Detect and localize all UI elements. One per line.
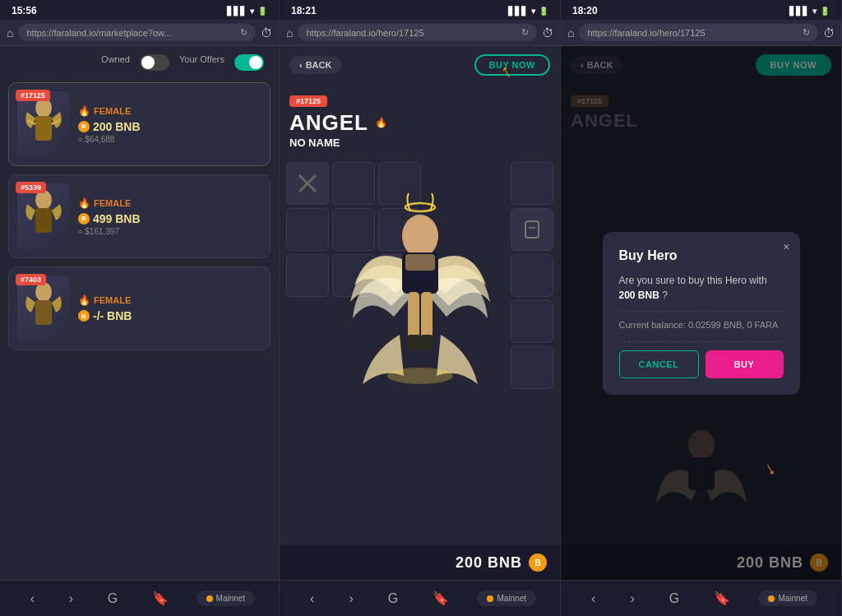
svg-point-19 xyxy=(387,368,453,384)
hero-card-17125[interactable]: #17125 🔥 xyxy=(8,82,271,166)
svg-rect-16 xyxy=(407,335,420,350)
forward-nav-3[interactable]: › xyxy=(623,588,641,609)
google-btn-1[interactable]: G xyxy=(101,588,124,609)
buy-dialog-box: × Buy Hero Are you sure to buy this Hero… xyxy=(603,232,800,395)
hero-card-5339[interactable]: #5339 🔥 FEMALE xyxy=(8,174,271,258)
equip-slot-r2[interactable] xyxy=(511,208,553,251)
bottom-nav-1: ‹ › G 🔖 Mainnet xyxy=(0,580,279,616)
equip-slot[interactable] xyxy=(286,162,329,205)
svg-rect-7 xyxy=(35,300,52,325)
hero-usd-2: ≈ $161,397 xyxy=(78,227,261,236)
equip-slot[interactable] xyxy=(286,208,329,251)
bookmark-btn-2[interactable]: 🔖 xyxy=(426,587,456,609)
svg-rect-15 xyxy=(421,292,433,341)
dialog-close-button[interactable]: × xyxy=(783,240,789,253)
forward-nav-1[interactable]: › xyxy=(62,588,80,609)
buy-dialog-content: ‹ BACK BUY NOW #17125 ANGEL × Buy Hero A… xyxy=(561,46,841,580)
refresh-icon-1[interactable]: ↻ xyxy=(240,27,248,38)
bottom-price-bar-2: 200 BNB B xyxy=(280,545,560,580)
refresh-icon-3[interactable]: ↻ xyxy=(803,27,810,38)
marketplace-content: Owned Your Offers ↙ #17125 xyxy=(0,46,279,580)
hero-detail-name-2: ANGEL 🔥 xyxy=(289,112,550,133)
mainnet-2[interactable]: Mainnet xyxy=(477,591,536,606)
hero-price-1: B 200 BNB xyxy=(78,120,261,133)
hero-price-2: B 499 BNB xyxy=(78,212,261,225)
hero-detail-info-2: #17125 ANGEL 🔥 NO NAME xyxy=(280,84,560,154)
your-offers-toggle[interactable] xyxy=(234,54,264,71)
status-bar-3: 18:20 ▋▋▋ ▾ 🔋 xyxy=(561,0,841,20)
browser-bar-2: ⌂ https://faraland.io/hero/17125 ↻ ⏱ xyxy=(280,20,560,46)
google-btn-3[interactable]: G xyxy=(663,588,686,609)
equip-slot-r4[interactable] xyxy=(511,300,553,343)
hero-detail-content: ‹ BACK BUY NOW ↑ #17125 ANGEL 🔥 NO NAME xyxy=(280,46,560,580)
equip-slot-r5[interactable] xyxy=(511,346,553,389)
forward-nav-2[interactable]: › xyxy=(342,588,359,609)
hero-gender-1: 🔥 FEMALE xyxy=(78,105,261,117)
history-icon-3[interactable]: ⏱ xyxy=(823,26,835,39)
url-bar-2[interactable]: https://faraland.io/hero/17125 ↻ xyxy=(298,24,537,41)
svg-rect-5 xyxy=(35,208,52,233)
panel-buy-dialog: 18:20 ▋▋▋ ▾ 🔋 ⌂ https://faraland.io/hero… xyxy=(561,0,842,616)
mainnet-dot-2 xyxy=(487,595,493,602)
back-nav-2[interactable]: ‹ xyxy=(303,588,321,609)
marketplace-tabs: Owned Your Offers xyxy=(8,54,271,71)
hero-img-1 xyxy=(17,91,70,157)
refresh-icon-2[interactable]: ↻ xyxy=(521,27,529,38)
bnb-icon-1: B xyxy=(78,121,90,132)
status-bar-2: 18:21 ▋▋▋ ▾ 🔋 xyxy=(280,0,560,20)
cancel-button[interactable]: CANCEL xyxy=(619,350,699,378)
history-icon-2[interactable]: ⏱ xyxy=(542,26,553,39)
dialog-title: Buy Hero xyxy=(619,248,784,263)
home-icon-1[interactable]: ⌂ xyxy=(7,26,13,39)
history-icon-1[interactable]: ⏱ xyxy=(261,26,272,39)
bookmark-btn-1[interactable]: 🔖 xyxy=(146,587,175,609)
dialog-amount: 200 BNB xyxy=(619,289,659,301)
svg-rect-17 xyxy=(420,335,433,350)
hero-info-3: 🔥 FEMALE B -/- BNB xyxy=(78,294,261,322)
hero-card-7403[interactable]: #7403 🔥 FEMALE xyxy=(8,266,271,350)
hero-id-badge-3: #7403 xyxy=(16,274,46,285)
svg-point-11 xyxy=(402,215,438,257)
home-icon-3[interactable]: ⌂ xyxy=(567,26,574,39)
dialog-actions: CANCEL BUY xyxy=(619,350,784,378)
hero-gender-2: 🔥 FEMALE xyxy=(78,197,261,209)
hero-info-1: 🔥 FEMALE B 200 BNB ≈ $64,688 xyxy=(78,105,261,144)
google-btn-2[interactable]: G xyxy=(382,588,405,609)
browser-bar-1: ⌂ https://faraland.io/marketplace?ow... … xyxy=(0,20,279,46)
dialog-body: Are you sure to buy this Hero with 200 B… xyxy=(619,273,784,303)
bnb-coin-2: B xyxy=(529,553,547,572)
mainnet-1[interactable]: Mainnet xyxy=(197,591,256,606)
hero-price-3: B -/- BNB xyxy=(78,309,261,322)
buy-dialog-overlay: × Buy Hero Are you sure to buy this Hero… xyxy=(561,46,841,580)
svg-rect-1 xyxy=(35,116,52,141)
svg-rect-14 xyxy=(408,292,419,341)
home-icon-2[interactable]: ⌂ xyxy=(286,26,293,39)
time-1: 15:56 xyxy=(12,5,37,16)
url-bar-1[interactable]: https://faraland.io/marketplace?ow... ↻ xyxy=(18,24,256,41)
back-nav-3[interactable]: ‹ xyxy=(585,588,602,609)
hero-id-badge-2: #5339 xyxy=(16,182,46,193)
buy-button[interactable]: BUY xyxy=(706,350,784,378)
hero-gender-3: 🔥 FEMALE xyxy=(78,294,261,306)
back-button-2[interactable]: ‹ BACK xyxy=(289,56,341,74)
equip-slot-r1[interactable] xyxy=(511,162,553,205)
equip-slot[interactable] xyxy=(286,254,329,297)
owned-label: Owned xyxy=(101,54,130,71)
equip-slot-r3[interactable] xyxy=(511,254,553,297)
status-icons-2: ▋▋▋ ▾ 🔋 xyxy=(508,7,548,16)
arrow-annotation-3: ↑ xyxy=(761,459,780,482)
hero-img-3 xyxy=(17,276,70,341)
bottom-price-text-2: 200 BNB xyxy=(456,554,522,572)
time-2: 18:21 xyxy=(291,5,317,16)
mainnet-3[interactable]: Mainnet xyxy=(758,591,817,606)
your-offers-label: Your Offers xyxy=(179,54,224,71)
back-nav-1[interactable]: ‹ xyxy=(24,588,41,609)
owned-toggle[interactable] xyxy=(140,54,169,71)
panel-marketplace: 15:56 ▋▋▋ ▾ 🔋 ⌂ https://faraland.io/mark… xyxy=(0,0,280,616)
status-icons-1: ▋▋▋ ▾ 🔋 xyxy=(227,7,267,16)
url-bar-3[interactable]: https://faraland.io/hero/17125 ↻ xyxy=(579,24,818,41)
bookmark-btn-3[interactable]: 🔖 xyxy=(707,587,737,609)
bottom-nav-2: ‹ › G 🔖 Mainnet xyxy=(280,580,560,616)
svg-rect-20 xyxy=(525,221,539,238)
panel-hero-detail: 18:21 ▋▋▋ ▾ 🔋 ⌂ https://faraland.io/hero… xyxy=(280,0,561,616)
